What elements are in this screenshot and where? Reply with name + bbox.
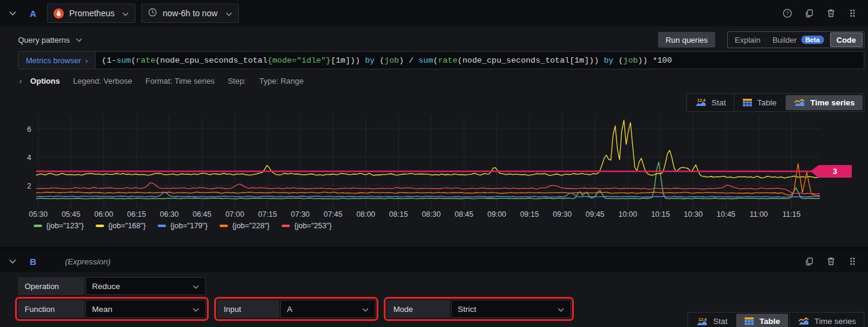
expr-token: by — [365, 56, 375, 65]
datasource-picker[interactable]: Prometheus — [47, 4, 135, 23]
metrics-browser-link[interactable]: Metrics browser › — [19, 52, 96, 69]
expr-token: ( — [375, 56, 384, 65]
query-ref-id: A — [25, 8, 41, 19]
expr-token: (node_cpu_seconds_total[1m])) — [458, 56, 604, 65]
legend-item[interactable]: {job="123"} — [34, 222, 84, 230]
collapse-chevron-icon[interactable] — [6, 255, 19, 268]
expr-token: (1- — [102, 56, 116, 65]
query-a-header: A Prometheus now-6h to now ? — [0, 0, 868, 26]
x-axis-label: 06:15 — [127, 210, 146, 219]
view-mode-toggle: 12.4StatTableTime series — [688, 312, 864, 327]
chevron-down-icon — [192, 282, 199, 291]
drag-handle-icon[interactable] — [846, 255, 858, 267]
x-axis-label: 10:30 — [684, 210, 703, 219]
function-select[interactable]: Mean — [85, 300, 206, 318]
legend-item[interactable]: {job="179"} — [158, 222, 208, 230]
promql-expression[interactable]: (1-sum(rate(node_cpu_seconds_total{mode=… — [96, 52, 864, 69]
chevron-down-icon — [558, 305, 564, 314]
expr-token: job — [384, 56, 399, 65]
legend-swatch — [96, 225, 104, 227]
x-axis-label: 10:45 — [716, 210, 735, 219]
x-axis-label: 05:45 — [61, 210, 80, 219]
duplicate-icon[interactable] — [803, 7, 815, 19]
view-toggle-timeseries[interactable]: Time series — [786, 95, 863, 110]
view-toggle-table[interactable]: Table — [734, 94, 784, 111]
options-legend-summary: Legend: Verbose — [73, 76, 132, 86]
x-axis-label: 11:00 — [749, 210, 768, 219]
code-toggle[interactable]: Code — [830, 33, 863, 47]
view-toggle-table[interactable]: Table — [736, 314, 787, 327]
x-axis-label: 09:30 — [553, 210, 571, 219]
expr-token: rate — [136, 56, 155, 65]
chevron-right-icon: › — [19, 76, 22, 86]
expr-token: ( — [433, 56, 438, 65]
mode-field-highlighted: Mode Strict — [384, 297, 574, 321]
legend-item[interactable]: {job="253"} — [282, 222, 331, 230]
x-axis-label: 08:00 — [356, 210, 375, 219]
input-select[interactable]: A — [280, 300, 375, 318]
expression-subtitle: (Expression) — [65, 257, 111, 266]
expr-token: ) / — [399, 56, 418, 65]
mode-select[interactable]: Strict — [451, 300, 571, 318]
mode-label: Mode — [387, 300, 450, 318]
help-icon[interactable]: ? — [781, 7, 793, 19]
function-label: Function — [18, 300, 84, 318]
function-value: Mean — [92, 305, 112, 314]
delete-icon[interactable] — [825, 7, 837, 19]
x-axis-label: 07:00 — [226, 210, 244, 219]
builder-label: Builder — [772, 36, 796, 45]
expression-b-section: B (Expression) Operation Reduce — [0, 251, 868, 327]
y-axis-label: 6 — [27, 125, 31, 134]
svg-text:12.4: 12.4 — [697, 98, 706, 102]
operation-select[interactable]: Reduce — [85, 277, 206, 295]
builder-toggle[interactable]: Builder Beta — [766, 33, 830, 47]
chevron-down-icon — [362, 305, 369, 314]
legend-label: {job="228"} — [232, 222, 269, 230]
input-label: Input — [217, 300, 279, 318]
view-toggle-timeseries[interactable]: Time series — [789, 313, 864, 327]
time-range-picker[interactable]: now-6h to now — [141, 4, 238, 23]
legend-label: {job="168"} — [108, 222, 146, 230]
run-queries-button[interactable]: Run queries — [658, 32, 715, 48]
threshold-handle[interactable] — [810, 165, 852, 178]
duplicate-icon[interactable] — [803, 255, 815, 267]
collapse-chevron-icon[interactable] — [6, 7, 19, 20]
explain-toggle[interactable]: Explain — [729, 33, 767, 47]
x-axis-label: 06:00 — [94, 210, 113, 219]
options-step-summary: Step: — [228, 76, 246, 86]
legend-item[interactable]: {job="168"} — [96, 222, 146, 230]
x-axis-label: 09:15 — [520, 210, 539, 219]
chart-legend: {job="123"}{job="168"}{job="179"}{job="2… — [34, 222, 331, 230]
legend-label: {job="179"} — [170, 222, 208, 230]
query-a-actions: ? — [781, 7, 862, 19]
legend-item[interactable]: {job="228"} — [220, 222, 269, 230]
expr-token: by — [604, 56, 614, 65]
delete-icon[interactable] — [825, 255, 837, 267]
operation-label: Operation — [18, 277, 84, 295]
expression-ref-id: B — [25, 257, 41, 267]
query-patterns-label: Query patterns — [18, 36, 70, 45]
series-line-3 — [36, 164, 820, 196]
query-patterns-dropdown[interactable]: Query patterns — [18, 36, 82, 45]
timeseries-chart: 24605:3005:4506:0006:1506:3006:4507:0007… — [0, 113, 868, 234]
datasource-name: Prometheus — [69, 8, 114, 18]
metrics-browser-label: Metrics browser — [26, 56, 81, 65]
legend-swatch — [282, 225, 290, 227]
expr-token: ( — [131, 56, 136, 65]
drag-handle-icon[interactable] — [846, 7, 858, 19]
expr-token: job — [623, 56, 638, 65]
options-type-summary: Type: Range — [259, 76, 304, 86]
query-box: Metrics browser › (1-sum(rate(node_cpu_s… — [18, 51, 864, 69]
input-field-highlighted: Input A — [214, 297, 378, 321]
editor-mode-toggle: Explain Builder Beta Code — [727, 31, 864, 48]
legend-swatch — [34, 225, 42, 227]
view-toggle-stat[interactable]: 12.4Stat — [687, 94, 734, 111]
x-axis-label: 06:30 — [160, 210, 179, 219]
expression-b-header: B (Expression) — [0, 251, 868, 272]
x-axis-label: 08:45 — [455, 210, 473, 219]
expr-token: sum — [116, 56, 131, 65]
options-toggle[interactable]: › Options — [19, 76, 60, 86]
time-range-label: now-6h to now — [162, 8, 217, 18]
view-toggle-stat[interactable]: 12.4Stat — [688, 313, 735, 327]
y-axis-label: 4 — [27, 154, 31, 162]
